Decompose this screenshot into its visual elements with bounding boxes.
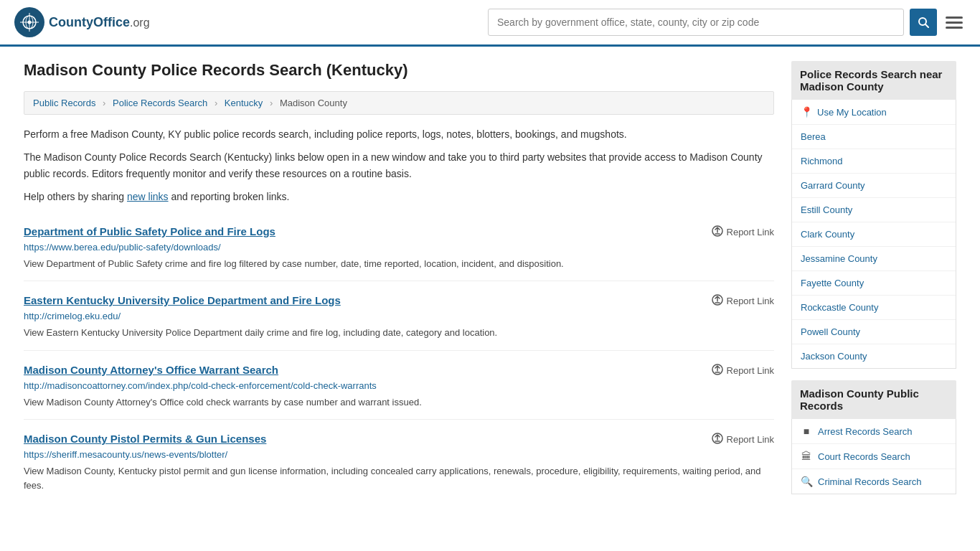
result-url-0[interactable]: https://www.berea.edu/public-safety/down… — [24, 242, 774, 253]
site-header: CountyOffice.org — [0, 0, 980, 47]
result-item: Madison County Attorney's Office Warrant… — [24, 351, 774, 420]
result-title-0[interactable]: Department of Public Safety Police and F… — [24, 225, 275, 237]
sidebar-nearby-items: BereaRichmondGarrard CountyEstill County… — [792, 125, 956, 368]
report-label-0: Report Link — [727, 227, 774, 237]
sidebar-pr-item[interactable]: ■ Arrest Records Search — [792, 419, 956, 444]
sidebar-nearby-section: Police Records Search near Madison Count… — [791, 61, 956, 369]
report-icon-1 — [712, 294, 723, 308]
result-item: Madison County Pistol Permits & Gun Lice… — [24, 420, 774, 502]
result-header: Madison County Pistol Permits & Gun Lice… — [24, 433, 774, 446]
breadcrumb-kentucky[interactable]: Kentucky — [225, 98, 263, 108]
result-desc-2: View Madison County Attorney's Office co… — [24, 395, 774, 410]
sidebar-pr-item[interactable]: 🏛 Court Records Search — [792, 444, 956, 469]
result-item: Eastern Kentucky University Police Depar… — [24, 281, 774, 351]
result-url-3[interactable]: https://sheriff.mesacounty.us/news-event… — [24, 449, 774, 460]
sidebar-nearby-item[interactable]: Estill County — [792, 198, 956, 222]
report-icon-0 — [712, 225, 723, 239]
sidebar-public-records-items: ■ Arrest Records Search 🏛 Court Records … — [792, 419, 956, 494]
sidebar-use-my-location[interactable]: 📍 Use My Location — [792, 100, 956, 125]
result-header: Madison County Attorney's Office Warrant… — [24, 364, 774, 377]
description-para2: The Madison County Police Records Search… — [24, 149, 774, 182]
nearby-link-1[interactable]: Richmond — [801, 156, 843, 166]
result-header: Eastern Kentucky University Police Depar… — [24, 294, 774, 308]
report-label-3: Report Link — [727, 434, 774, 445]
report-icon-3 — [712, 433, 723, 446]
nearby-link-3[interactable]: Estill County — [801, 204, 852, 215]
sidebar-nearby-list: 📍 Use My Location BereaRichmondGarrard C… — [791, 100, 956, 369]
result-url-2[interactable]: http://madisoncoattorney.com/index.php/c… — [24, 380, 774, 391]
result-desc-1: View Eastern Kentucky University Police … — [24, 326, 774, 340]
nearby-link-5[interactable]: Jessamine County — [801, 253, 877, 264]
sidebar-nearby-item[interactable]: Fayette County — [792, 271, 956, 296]
sidebar-nearby-item[interactable]: Jackson County — [792, 344, 956, 368]
sidebar: Police Records Search near Madison Count… — [791, 61, 956, 506]
result-title-1[interactable]: Eastern Kentucky University Police Depar… — [24, 294, 341, 306]
result-url-1[interactable]: http://crimelog.eku.edu/ — [24, 311, 774, 321]
sidebar-nearby-item[interactable]: Garrard County — [792, 174, 956, 198]
report-link-2[interactable]: Report Link — [712, 364, 774, 377]
pr-link-1[interactable]: Court Records Search — [818, 451, 910, 462]
breadcrumb: Public Records › Police Records Search ›… — [24, 91, 774, 115]
report-label-1: Report Link — [727, 296, 774, 306]
result-title-2[interactable]: Madison County Attorney's Office Warrant… — [24, 364, 278, 376]
logo-text: CountyOffice.org — [49, 15, 150, 30]
result-desc-0: View Department of Public Safety crime a… — [24, 257, 774, 271]
nearby-link-0[interactable]: Berea — [801, 131, 826, 142]
use-my-location-link[interactable]: Use My Location — [817, 107, 887, 118]
sidebar-nearby-item[interactable]: Jessamine County — [792, 247, 956, 271]
pr-icon-0: ■ — [801, 425, 812, 437]
sidebar-nearby-item[interactable]: Richmond — [792, 149, 956, 174]
nearby-link-7[interactable]: Rockcastle County — [801, 302, 878, 313]
nearby-link-4[interactable]: Clark County — [801, 229, 854, 240]
logo-area: CountyOffice.org — [14, 7, 150, 37]
result-header: Department of Public Safety Police and F… — [24, 225, 774, 239]
result-title-3[interactable]: Madison County Pistol Permits & Gun Lice… — [24, 433, 266, 445]
description-para3: Help others by sharing new links and rep… — [24, 189, 774, 204]
logo-icon — [14, 7, 44, 37]
pr-link-0[interactable]: Arrest Records Search — [818, 426, 913, 437]
sidebar-pr-item[interactable]: 🔍 Criminal Records Search — [792, 469, 956, 494]
pr-icon-1: 🏛 — [801, 451, 812, 462]
new-links-link[interactable]: new links — [127, 191, 169, 202]
result-desc-3: View Madison County, Kentucky pistol per… — [24, 464, 774, 492]
pr-icon-2: 🔍 — [801, 476, 812, 487]
location-pin-icon: 📍 — [801, 106, 813, 118]
report-icon-2 — [712, 364, 723, 377]
pr-link-2[interactable]: Criminal Records Search — [818, 476, 922, 487]
report-link-0[interactable]: Report Link — [712, 225, 774, 239]
breadcrumb-police-records-search[interactable]: Police Records Search — [113, 98, 207, 108]
svg-point-5 — [28, 21, 32, 24]
search-icon — [918, 17, 929, 28]
nearby-link-6[interactable]: Fayette County — [801, 278, 864, 288]
sidebar-nearby-item[interactable]: Berea — [792, 125, 956, 149]
report-link-1[interactable]: Report Link — [712, 294, 774, 308]
content-area: Madison County Police Records Search (Ke… — [24, 61, 774, 506]
nearby-link-2[interactable]: Garrard County — [801, 180, 865, 191]
sidebar-nearby-item[interactable]: Powell County — [792, 320, 956, 344]
search-button[interactable] — [910, 9, 937, 36]
results-list: Department of Public Safety Police and F… — [24, 212, 774, 503]
sidebar-public-records-header: Madison County Public Records — [791, 380, 956, 419]
breadcrumb-current: Madison County — [280, 98, 347, 108]
result-item: Department of Public Safety Police and F… — [24, 212, 774, 282]
sidebar-nearby-item[interactable]: Clark County — [792, 222, 956, 247]
nearby-link-8[interactable]: Powell County — [801, 326, 860, 337]
search-area — [488, 9, 966, 36]
svg-line-7 — [925, 24, 928, 27]
breadcrumb-public-records[interactable]: Public Records — [33, 98, 95, 108]
search-input[interactable] — [488, 9, 904, 36]
report-link-3[interactable]: Report Link — [712, 433, 774, 446]
description-para1: Perform a free Madison County, KY public… — [24, 126, 774, 142]
sidebar-nearby-item[interactable]: Rockcastle County — [792, 296, 956, 320]
sidebar-public-records-section: Madison County Public Records ■ Arrest R… — [791, 380, 956, 494]
report-label-2: Report Link — [727, 365, 774, 376]
main-container: Madison County Police Records Search (Ke… — [9, 47, 971, 520]
sidebar-nearby-header: Police Records Search near Madison Count… — [791, 61, 956, 100]
sidebar-public-records-list: ■ Arrest Records Search 🏛 Court Records … — [791, 419, 956, 494]
page-title: Madison County Police Records Search (Ke… — [24, 61, 774, 80]
menu-button[interactable] — [943, 14, 966, 32]
nearby-link-9[interactable]: Jackson County — [801, 351, 867, 362]
